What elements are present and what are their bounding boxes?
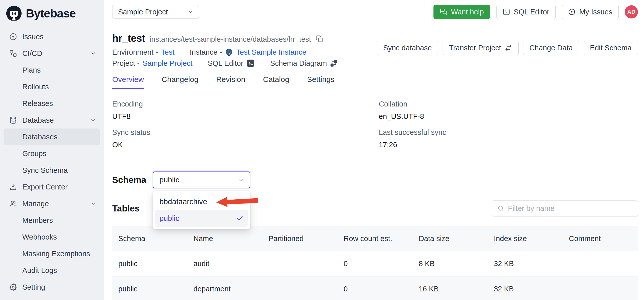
main-column: Sample Project Want help SQL Editor	[104, 0, 644, 300]
instance-link[interactable]: Test Sample Instance	[236, 48, 306, 56]
section-divider	[112, 160, 638, 160]
sidebar-item-members[interactable]: Members	[4, 212, 100, 229]
chat-bubbles-icon	[440, 8, 447, 16]
topbar-actions: Want help SQL Editor My Issues AD	[433, 5, 638, 19]
chevron-down-icon	[90, 50, 97, 57]
sidebar-item-sync-schema[interactable]: Sync Schema	[4, 162, 100, 179]
project-label: Project -	[112, 59, 140, 68]
sidebar-nav: Issues CI/CD Plans Rollouts Releases Dat…	[4, 26, 100, 295]
workflow-icon	[9, 49, 17, 57]
col-data-size: Data size	[413, 234, 488, 243]
schema-dropdown: bbdataarchive public	[153, 191, 250, 229]
bytebase-logo-icon	[6, 5, 22, 22]
schema-select[interactable]: public	[153, 172, 250, 188]
col-name: Name	[187, 234, 262, 243]
sidebar-item-database[interactable]: Database	[4, 112, 100, 128]
col-comment: Comment	[563, 234, 638, 243]
tab-overview[interactable]: Overview	[112, 75, 144, 89]
filter-input[interactable]	[508, 204, 633, 213]
avatar[interactable]: AD	[625, 5, 638, 18]
project-select[interactable]: Sample Project	[112, 5, 199, 19]
tab-bar: Overview Changelog Revision Catalog Sett…	[112, 75, 638, 89]
table-row-department[interactable]: public department 0 16 KB 32 KB	[112, 276, 638, 300]
last-sync-field: Last successful sync 17:26	[379, 128, 638, 149]
sidebar-item-issues[interactable]: Issues	[4, 28, 100, 45]
project-link[interactable]: Sample Project	[143, 59, 193, 68]
col-partitioned: Partitioned	[262, 234, 337, 243]
schema-diagram-link[interactable]: Schema Diagram	[270, 59, 338, 68]
database-header: hr_test instances/test-sample-instance/d…	[112, 33, 638, 68]
sql-editor-square-icon	[246, 59, 255, 68]
sidebar-item-releases[interactable]: Releases	[4, 95, 100, 112]
bytebase-logo[interactable]: Bytebase	[4, 4, 100, 26]
col-index-size: Index size	[488, 234, 563, 243]
users-icon	[9, 200, 17, 208]
sidebar-item-audit-logs[interactable]: Audit Logs	[4, 262, 100, 279]
tab-settings[interactable]: Settings	[307, 75, 334, 89]
content: hr_test instances/test-sample-instance/d…	[104, 24, 644, 300]
topbar: Sample Project Want help SQL Editor	[104, 0, 644, 24]
transfer-project-button[interactable]: Transfer Project	[443, 41, 518, 55]
database-actions: Sync database Transfer Project Change Da…	[377, 33, 638, 55]
want-help-button[interactable]: Want help	[433, 5, 490, 19]
sync-status-field: Sync status OK	[112, 128, 379, 149]
table-row-audit[interactable]: public audit 0 8 KB 32 KB	[112, 251, 638, 276]
chevron-down-icon	[187, 8, 194, 15]
resource-path: instances/test-sample-instance/databases…	[150, 35, 311, 44]
gear-icon	[9, 283, 17, 291]
chevron-down-icon	[238, 176, 245, 183]
sidebar-item-masking-exemptions[interactable]: Masking Exemptions	[4, 245, 100, 262]
sql-editor-link[interactable]: SQL Editor	[208, 59, 255, 68]
sync-database-button[interactable]: Sync database	[377, 41, 438, 55]
col-schema: Schema	[112, 234, 187, 243]
sidebar-item-databases[interactable]: Databases	[4, 128, 100, 145]
meta-line-2: Project - Sample Project SQL Editor Sche…	[112, 59, 338, 68]
transfer-arrows-icon	[505, 44, 512, 52]
change-data-button[interactable]: Change Data	[523, 41, 579, 55]
col-row-count: Row count est.	[337, 234, 412, 243]
schema-diagram-icon	[330, 59, 338, 67]
sidebar-item-setting[interactable]: Setting	[4, 279, 100, 295]
edit-schema-button[interactable]: Edit Schema	[584, 41, 638, 55]
encoding-field: Encoding UTF8	[112, 100, 379, 121]
instance-label: Instance -	[190, 48, 222, 56]
sidebar-item-groups[interactable]: Groups	[4, 145, 100, 162]
schema-option-public[interactable]: public	[155, 210, 248, 227]
sidebar-item-plans[interactable]: Plans	[4, 62, 100, 78]
chevron-down-icon	[90, 200, 97, 207]
environment-label: Environment -	[112, 48, 158, 56]
sidebar: Bytebase Issues CI/CD Plans Rollouts Rel…	[0, 0, 104, 300]
my-issues-button[interactable]: My Issues	[562, 5, 619, 19]
meta-line-1: Environment - Test Instance - Test Sampl…	[112, 48, 338, 56]
sidebar-item-webhooks[interactable]: Webhooks	[4, 229, 100, 245]
overview-info-grid: Encoding UTF8 Collation en_US.UTF-8 Sync…	[112, 100, 638, 149]
page-title: hr_test	[112, 33, 145, 44]
postgres-icon	[225, 48, 233, 56]
sidebar-item-export-center[interactable]: Export Center	[4, 179, 100, 195]
schema-option-bbdataarchive[interactable]: bbdataarchive	[155, 193, 248, 210]
sidebar-item-rollouts[interactable]: Rollouts	[4, 78, 100, 95]
sql-editor-button[interactable]: SQL Editor	[496, 5, 556, 19]
terminal-icon	[503, 8, 510, 16]
tab-revision[interactable]: Revision	[216, 75, 245, 89]
table-header-row: Schema Name Partitioned Row count est. D…	[112, 226, 638, 251]
tables-title: Tables	[112, 203, 140, 213]
sidebar-item-cicd[interactable]: CI/CD	[4, 45, 100, 62]
schema-select-wrap: public bbdataarchive public	[153, 172, 250, 188]
database-icon	[9, 116, 17, 124]
issue-icon	[9, 33, 17, 41]
chevron-down-icon	[90, 117, 97, 123]
tab-changelog[interactable]: Changelog	[162, 75, 198, 89]
search-icon	[497, 205, 504, 212]
environment-link[interactable]: Test	[161, 48, 175, 56]
filter-box	[492, 200, 638, 217]
tab-catalog[interactable]: Catalog	[263, 75, 289, 89]
copy-icon[interactable]	[316, 35, 323, 43]
database-header-left: hr_test instances/test-sample-instance/d…	[112, 33, 338, 68]
sidebar-item-manage[interactable]: Manage	[4, 195, 100, 212]
collation-field: Collation en_US.UTF-8	[379, 100, 638, 121]
issue-circle-icon	[568, 8, 576, 16]
schema-label: Schema	[112, 175, 146, 185]
logo-wordmark: Bytebase	[26, 7, 76, 20]
export-download-icon	[9, 183, 17, 191]
